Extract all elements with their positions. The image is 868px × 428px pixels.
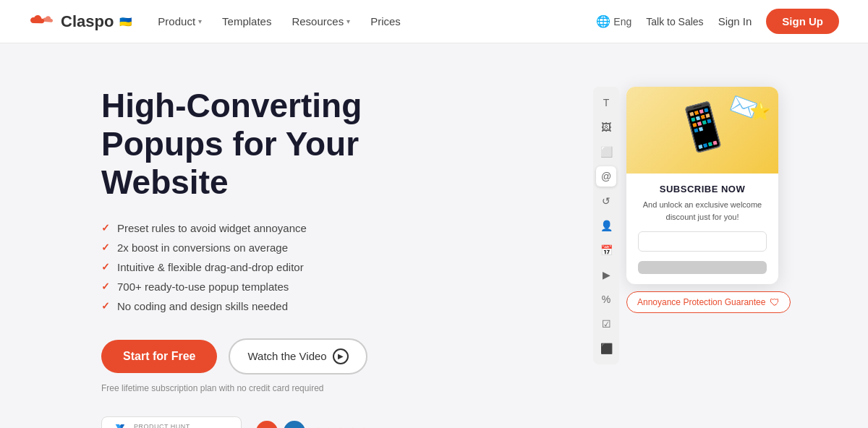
popup-email-input[interactable]: [638, 231, 767, 252]
nav-templates[interactable]: Templates: [222, 15, 271, 27]
check-icon: ✓: [101, 281, 110, 292]
ph-label: PRODUCT HUNT: [134, 423, 231, 428]
popup-body: SUBSCRIBE NOW And unlock an exclusive we…: [626, 174, 778, 284]
logo[interactable]: Claspo 🇺🇦: [29, 12, 132, 32]
feature-item: ✓No coding and design skills needed: [101, 300, 463, 312]
star-rating: ★★★★★: [312, 425, 370, 428]
popup-image: 📱 ✉️ ⭐: [626, 87, 778, 174]
star-decoration: ⭐: [749, 101, 771, 121]
user-tool[interactable]: 👤: [596, 215, 616, 236]
logo-icon: [29, 12, 55, 32]
nav-left: Claspo 🇺🇦 Product ▾ Templates Resources …: [29, 12, 401, 32]
annoyance-protection-badge: Annoyance Protection Guarantee 🛡: [626, 291, 791, 313]
popup-preview-card: 📱 ✉️ ⭐ SUBSCRIBE NOW And unlock an exclu…: [626, 87, 778, 284]
feature-item: ✓Intuitive & flexible drag-and-drop edit…: [101, 261, 463, 273]
free-note: Free lifetime subscription plan with no …: [101, 383, 463, 393]
sign-in-link[interactable]: Sign In: [718, 15, 752, 27]
review-logos: G ➤: [256, 421, 305, 428]
stars-badge: G ➤ ★★★★★: [256, 421, 370, 428]
nav-resources[interactable]: Resources ▾: [292, 15, 350, 27]
popup-cta-button[interactable]: [638, 261, 767, 274]
nav-product[interactable]: Product ▾: [158, 15, 202, 27]
check-icon: ✓: [101, 300, 110, 312]
sign-up-button[interactable]: Sign Up: [766, 9, 839, 34]
start-for-free-button[interactable]: Start for Free: [101, 340, 217, 373]
discount-tool[interactable]: %: [596, 289, 616, 309]
social-proof-badges: 🏅 PRODUCT HUNT #1 Product of the Day G ➤…: [101, 416, 463, 428]
hero-features: ✓Preset rules to avoid widget annoyance …: [101, 222, 463, 312]
nav-links: Product ▾ Templates Resources ▾ Prices: [158, 15, 400, 27]
popup-illustration: 📱: [670, 95, 736, 158]
shape-tool[interactable]: ⬜: [596, 142, 616, 162]
popup-subtext: And unlock an exclusive welcome discount…: [638, 199, 767, 223]
logo-wordmark: Claspo: [61, 12, 114, 31]
talk-to-sales-link[interactable]: Talk to Sales: [646, 16, 703, 27]
chevron-down-icon: ▾: [198, 17, 202, 25]
chevron-down-icon-resources: ▾: [346, 17, 350, 25]
annoyance-label: Annoyance Protection Guarantee: [637, 297, 765, 307]
shield-icon: 🛡: [770, 296, 780, 308]
check-icon: ✓: [101, 222, 110, 234]
editor-toolbar: T 🖼 ⬜ @ ↺ 👤 📅 ▶ % ☑ ⬛: [593, 87, 619, 364]
globe-icon: 🌐: [596, 14, 610, 28]
language-selector[interactable]: 🌐 Eng: [596, 14, 631, 28]
capterra-logo: ➤: [284, 421, 305, 428]
hero-section: High-Converting Popups for Your Website …: [0, 43, 868, 428]
block-tool[interactable]: ⬛: [596, 338, 616, 359]
hero-buttons: Start for Free Watch the Video ▶: [101, 338, 463, 374]
image-tool[interactable]: 🖼: [596, 117, 616, 137]
nav-prices[interactable]: Prices: [370, 15, 401, 27]
watch-video-button[interactable]: Watch the Video ▶: [229, 338, 367, 374]
text-tool[interactable]: T: [596, 93, 616, 113]
feature-item: ✓Preset rules to avoid widget annoyance: [101, 222, 463, 234]
navigation: Claspo 🇺🇦 Product ▾ Templates Resources …: [0, 0, 868, 43]
calendar-tool[interactable]: 📅: [596, 240, 616, 260]
product-hunt-badge: 🏅 PRODUCT HUNT #1 Product of the Day: [101, 416, 242, 428]
logo-flag: 🇺🇦: [119, 16, 132, 27]
popup-mockup: T 🖼 ⬜ @ ↺ 👤 📅 ▶ % ☑ ⬛ 📱 ✉️ ⭐ SUBSCRIBE N…: [593, 87, 796, 313]
undo-tool[interactable]: ↺: [596, 191, 616, 211]
feature-item: ✓2x boost in conversions on average: [101, 241, 463, 254]
checkbox-tool[interactable]: ☑: [596, 314, 616, 334]
hero-content: High-Converting Popups for Your Website …: [101, 87, 463, 428]
play-icon: ▶: [333, 348, 349, 364]
check-icon: ✓: [101, 241, 110, 253]
popup-heading: SUBSCRIBE NOW: [638, 184, 767, 194]
check-icon: ✓: [101, 261, 110, 273]
email-tool[interactable]: @: [596, 166, 616, 187]
video-tool[interactable]: ▶: [596, 265, 616, 285]
g2-logo: G: [256, 421, 278, 428]
feature-item: ✓700+ ready-to-use popup templates: [101, 281, 463, 293]
nav-right: 🌐 Eng Talk to Sales Sign In Sign Up: [596, 9, 839, 34]
hero-title: High-Converting Popups for Your Website: [101, 87, 463, 202]
trophy-icon: 🏅: [112, 424, 128, 428]
